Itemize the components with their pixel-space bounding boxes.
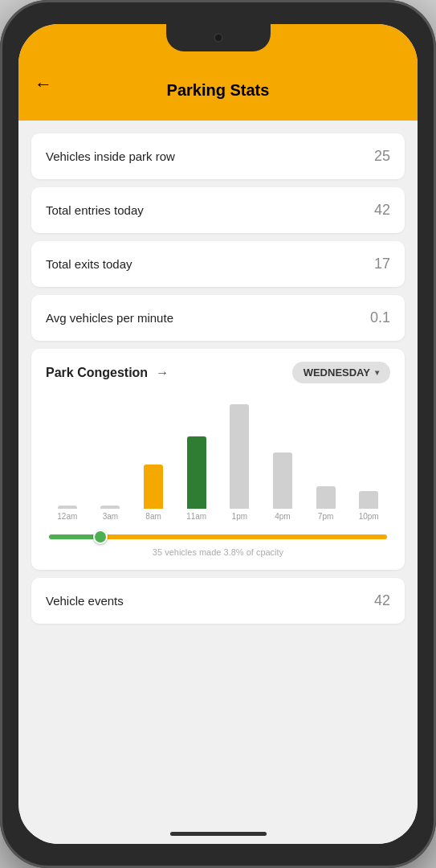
- bar: [230, 404, 249, 509]
- bar: [187, 436, 206, 509]
- stat-value-avg: 0.1: [370, 309, 390, 326]
- bar-group: [100, 396, 120, 509]
- x-axis-label: 12am: [55, 512, 79, 521]
- stat-value-vehicle-events: 42: [374, 592, 390, 609]
- stat-card-vehicle-events: Vehicle events 42: [31, 578, 405, 624]
- bar-group: [230, 396, 249, 509]
- x-axis-labels: 12am3am8am11am1pm4pm7pm10pm: [46, 512, 390, 521]
- day-selector[interactable]: WEDNESDAY ▾: [292, 362, 390, 383]
- phone-screen: ← Parking Stats Vehicles inside park row…: [18, 24, 418, 844]
- bar: [144, 465, 163, 509]
- bar-group: [359, 396, 378, 509]
- stat-label-vehicle-events: Vehicle events: [46, 594, 124, 608]
- bar: [100, 506, 120, 509]
- stat-card-exits: Total exits today 17: [31, 241, 405, 287]
- slider-thumb[interactable]: [93, 530, 108, 544]
- x-axis-label: 1pm: [227, 512, 251, 521]
- bar: [316, 486, 336, 509]
- chart-caption: 35 vehicles made 3.8% of cpacity: [46, 547, 390, 557]
- chart-title-group: Park Congestion →: [46, 366, 169, 380]
- x-axis-label: 10pm: [357, 512, 381, 521]
- bar: [58, 506, 77, 509]
- page-title: Parking Stats: [167, 81, 270, 100]
- x-axis-label: 7pm: [314, 512, 338, 521]
- phone-frame: ← Parking Stats Vehicles inside park row…: [0, 0, 436, 868]
- stat-label-exits: Total exits today: [46, 257, 132, 271]
- arrow-right-icon: →: [156, 366, 169, 380]
- bar-group: [273, 396, 292, 509]
- chevron-down-icon: ▾: [375, 368, 379, 377]
- bar: [273, 452, 292, 509]
- bars-container: [46, 396, 390, 509]
- stat-label-vehicles: Vehicles inside park row: [46, 149, 175, 163]
- bar-chart: 12am3am8am11am1pm4pm7pm10pm: [46, 396, 390, 525]
- chart-title: Park Congestion: [46, 366, 148, 380]
- bar: [359, 491, 378, 509]
- stat-card-entries: Total entries today 42: [31, 187, 405, 233]
- stat-label-entries: Total entries today: [46, 203, 144, 217]
- day-label: WEDNESDAY: [304, 366, 370, 379]
- stat-value-entries: 42: [374, 202, 390, 219]
- chart-header: Park Congestion → WEDNESDAY ▾: [46, 362, 390, 383]
- stat-value-vehicles: 25: [374, 148, 390, 165]
- bar-group: [144, 396, 163, 509]
- back-button[interactable]: ←: [35, 74, 52, 95]
- stat-value-exits: 17: [374, 256, 390, 272]
- stat-card-avg: Avg vehicles per minute 0.1: [31, 295, 405, 341]
- notch: [166, 24, 271, 51]
- x-axis-label: 4pm: [271, 512, 295, 521]
- slider-track[interactable]: [49, 534, 387, 539]
- home-indicator: [170, 832, 267, 836]
- bar-group: [316, 396, 336, 509]
- slider-container: [46, 534, 390, 539]
- bar-group: [58, 396, 77, 509]
- chart-card: Park Congestion → WEDNESDAY ▾ 12am3am8am…: [31, 349, 405, 570]
- camera: [214, 33, 223, 43]
- bar-group: [187, 396, 206, 509]
- x-axis-label: 3am: [98, 512, 122, 521]
- stat-card-vehicles: Vehicles inside park row 25: [31, 133, 405, 179]
- x-axis-label: 8am: [141, 512, 165, 521]
- x-axis-label: 11am: [185, 512, 209, 521]
- stat-label-avg: Avg vehicles per minute: [46, 311, 173, 325]
- content-area: Vehicles inside park row 25 Total entrie…: [18, 121, 418, 844]
